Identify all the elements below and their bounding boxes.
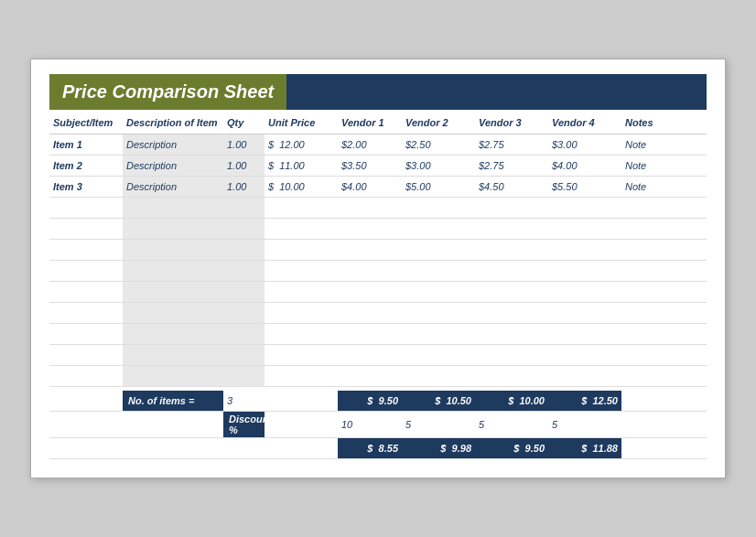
v4-discount: 5	[548, 414, 621, 435]
cell-vendor2: $2.50	[402, 134, 475, 155]
title-blue	[286, 74, 707, 110]
cell-vendor2: $5.00	[402, 177, 475, 197]
cell-vendor3: $4.50	[475, 177, 548, 197]
cell-description: Description	[123, 177, 223, 197]
v3-final: $ 9.50	[475, 438, 548, 458]
cell-qty: 1.00	[223, 177, 265, 197]
v1-total: $ 9.50	[338, 391, 402, 411]
cell-vendor1: $4.00	[338, 177, 402, 197]
v4-total: $ 12.50	[548, 391, 621, 411]
empty-row	[49, 324, 707, 345]
empty-row	[49, 303, 707, 324]
header-description: Description of Item	[123, 115, 223, 130]
cell-description: Description	[123, 156, 223, 176]
footer-section: No. of items = 3 $ 9.50 $ 10.50 $ 10.00 …	[49, 391, 707, 459]
cell-item: Item 3	[49, 177, 123, 197]
cell-vendor3: $2.75	[475, 134, 548, 155]
cell-vendor4: $3.00	[548, 134, 621, 155]
no-of-items-label: No. of items =	[123, 391, 223, 411]
cell-vendor1: $3.50	[338, 156, 402, 176]
table-row: Item 2 Description 1.00 $ 11.00 $3.50 $3…	[49, 156, 707, 177]
header-vendor2: Vendor 2	[402, 115, 475, 130]
title-accent: Price Comparison Sheet	[49, 74, 286, 110]
header-notes: Notes	[621, 115, 676, 130]
empty-row	[49, 366, 707, 387]
no-of-items-val: 3	[223, 391, 265, 411]
v2-discount: 5	[402, 414, 475, 435]
sheet-title: Price Comparison Sheet	[62, 81, 274, 102]
footer-row-totals: No. of items = 3 $ 9.50 $ 10.50 $ 10.00 …	[49, 391, 707, 412]
v1-final: $ 8.55	[338, 438, 402, 458]
empty-row	[49, 261, 707, 282]
cell-qty: 1.00	[223, 156, 265, 176]
v2-total: $ 10.50	[402, 391, 475, 411]
cell-unit-price: $ 10.00	[265, 177, 338, 197]
empty-row	[49, 345, 707, 366]
header-unit-price: Unit Price	[265, 115, 338, 130]
footer-row-discount: Discount % 10 5 5 5	[49, 412, 707, 438]
sheet-container: Price Comparison Sheet Subject/Item Desc…	[30, 59, 726, 478]
cell-description: Description	[123, 134, 223, 155]
discount-label: Discount %	[223, 412, 265, 437]
cell-unit-price: $ 11.00	[265, 156, 338, 176]
v1-discount: 10	[338, 414, 402, 435]
cell-notes: Note	[621, 134, 676, 155]
footer-row-final: $ 8.55 $ 9.98 $ 9.50 $ 11.88	[49, 438, 707, 459]
cell-vendor4: $5.50	[548, 177, 621, 197]
cell-notes: Note	[621, 177, 676, 197]
header-vendor4: Vendor 4	[548, 115, 621, 130]
cell-notes: Note	[621, 156, 676, 176]
empty-row	[49, 219, 707, 240]
table-header: Subject/Item Description of Item Qty Uni…	[49, 112, 707, 134]
header-vendor1: Vendor 1	[338, 115, 402, 130]
empty-row	[49, 240, 707, 261]
v3-discount: 5	[475, 414, 548, 435]
header-qty: Qty	[223, 115, 265, 130]
v4-final: $ 11.88	[548, 438, 621, 458]
cell-item: Item 2	[49, 156, 123, 176]
cell-vendor4: $4.00	[548, 156, 621, 176]
cell-qty: 1.00	[223, 134, 265, 155]
title-bar: Price Comparison Sheet	[49, 74, 707, 110]
cell-vendor2: $3.00	[402, 156, 475, 176]
header-subject: Subject/Item	[49, 115, 123, 130]
table-row: Item 3 Description 1.00 $ 10.00 $4.00 $5…	[49, 177, 707, 198]
header-vendor3: Vendor 3	[475, 115, 548, 130]
empty-row	[49, 282, 707, 303]
v3-total: $ 10.00	[475, 391, 548, 411]
table-body: Item 1 Description 1.00 $ 12.00 $2.00 $2…	[49, 134, 707, 387]
v2-final: $ 9.98	[402, 438, 475, 458]
table-row: Item 1 Description 1.00 $ 12.00 $2.00 $2…	[49, 134, 707, 156]
cell-vendor3: $2.75	[475, 156, 548, 176]
cell-unit-price: $ 12.00	[265, 134, 338, 155]
empty-row	[49, 198, 707, 219]
cell-item: Item 1	[49, 134, 123, 155]
cell-vendor1: $2.00	[338, 134, 402, 155]
